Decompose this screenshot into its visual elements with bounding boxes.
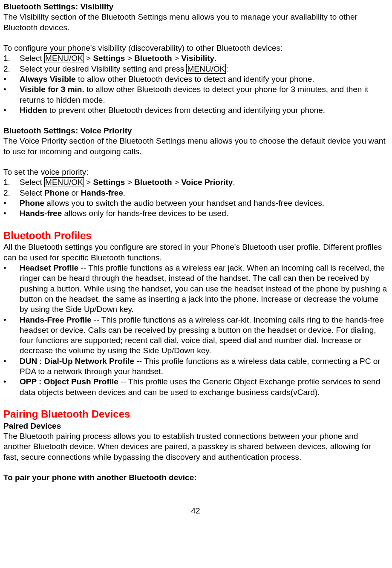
- list-item: 1. Select MENU/OK > Settings > Bluetooth…: [3, 177, 388, 187]
- spacer: [3, 462, 388, 473]
- lead-voice-priority: To set the voice priority:: [3, 167, 388, 177]
- menu-ok-key: MENU/OK: [186, 64, 226, 74]
- bullet-icon: •: [3, 74, 20, 84]
- option-handsfree: Hands-free: [81, 188, 123, 197]
- bullet-icon: •: [3, 356, 20, 377]
- heading-bluetooth-profiles: Bluetooth Profiles: [3, 229, 388, 242]
- option-handsfree: Hands-free: [20, 209, 62, 218]
- voice-priority-options: • Phone allows you to switch the audio b…: [3, 198, 388, 219]
- profile-handsfree: Hands-Free Profile: [20, 315, 92, 324]
- list-number: 1.: [3, 53, 20, 63]
- intro-visibility: The Visibility section of the Bluetooth …: [3, 12, 388, 33]
- text: >: [172, 54, 182, 63]
- intro-profiles: All the Bluetooth settings you configure…: [3, 242, 388, 263]
- profiles-list: • Headset Profile -- This profile functi…: [3, 263, 388, 398]
- list-item: • DUN : Dial-Up Network Profile -- This …: [3, 356, 388, 377]
- list-body: Select Phone or Hands-free.: [20, 188, 388, 198]
- intro-voice-priority: The Voice Priority section of the Blueto…: [3, 136, 388, 157]
- list-body: OPP : Object Push Profile -- This profil…: [20, 377, 388, 398]
- option-phone: Phone: [44, 188, 69, 197]
- bullet-icon: •: [3, 315, 20, 356]
- text: >: [125, 178, 134, 187]
- list-item: • Hands-free allows only for hands-free …: [3, 208, 388, 219]
- list-body: Phone allows you to switch the audio bet…: [20, 198, 388, 208]
- text: >: [125, 54, 134, 63]
- list-item: • Hidden to prevent other Bluetooth devi…: [3, 105, 388, 115]
- bullet-icon: •: [3, 208, 20, 219]
- list-body: Select your desired Visibility setting a…: [20, 64, 388, 74]
- list-body: Headset Profile -- This profile function…: [20, 263, 388, 315]
- menu-ok-key: MENU/OK: [44, 53, 84, 63]
- list-item: • Hands-Free Profile -- This profile fun…: [3, 315, 388, 356]
- bullet-icon: •: [3, 377, 20, 398]
- list-item: 1. Select MENU/OK > Settings > Bluetooth…: [3, 53, 388, 63]
- spacer: [3, 157, 388, 167]
- option-visible-3min: Visible for 3 min.: [20, 85, 84, 94]
- visibility-steps: 1. Select MENU/OK > Settings > Bluetooth…: [3, 53, 388, 74]
- bullet-icon: •: [3, 105, 20, 115]
- list-item: • Always Visible to allow other Bluetoot…: [3, 74, 388, 84]
- visibility-options: • Always Visible to allow other Bluetoot…: [3, 74, 388, 115]
- list-body: Select MENU/OK > Settings > Bluetooth > …: [20, 177, 388, 187]
- path-settings: Settings: [93, 54, 125, 63]
- text: Select: [20, 54, 44, 63]
- text: .: [233, 178, 235, 187]
- menu-ok-key: MENU/OK: [44, 177, 84, 187]
- path-bluetooth: Bluetooth: [134, 178, 172, 187]
- heading-pairing: Pairing Bluetooth Devices: [3, 408, 388, 421]
- bullet-icon: •: [3, 84, 20, 105]
- spacer: [3, 219, 388, 229]
- list-item: 2. Select Phone or Hands-free.: [3, 188, 388, 198]
- path-voice-priority: Voice Priority: [181, 178, 233, 187]
- text: Select your desired Visibility setting a…: [20, 64, 186, 73]
- list-body: Hands-free allows only for hands-free de…: [20, 208, 388, 219]
- intro-pairing: The Bluetooth pairing process allows you…: [3, 431, 388, 462]
- text: Select: [20, 178, 44, 187]
- lead-pairing: To pair your phone with another Bluetoot…: [3, 473, 388, 483]
- profile-dun: DUN : Dial-Up Network Profile: [20, 357, 134, 366]
- profile-opp: OPP : Object Push Profile: [20, 377, 118, 386]
- text: >: [172, 178, 182, 187]
- option-always-visible: Always Visible: [20, 75, 76, 84]
- list-item: • Headset Profile -- This profile functi…: [3, 263, 388, 315]
- profile-headset: Headset Profile: [20, 263, 78, 272]
- heading-voice-priority: Bluetooth Settings: Voice Priority: [3, 126, 388, 136]
- lead-visibility: To configure your phone's visibility (di…: [3, 43, 388, 53]
- path-visibility: Visibility: [181, 54, 214, 63]
- list-item: 2. Select your desired Visibility settin…: [3, 64, 388, 74]
- text: :: [226, 64, 228, 73]
- list-body: Visible for 3 min. to allow other Blueto…: [20, 84, 388, 105]
- text: .: [214, 54, 216, 63]
- text: or: [69, 188, 81, 197]
- list-body: DUN : Dial-Up Network Profile -- This pr…: [20, 356, 388, 377]
- list-body: Select MENU/OK > Settings > Bluetooth > …: [20, 53, 388, 63]
- text: allows you to switch the audio between y…: [44, 199, 324, 208]
- text: .: [123, 188, 125, 197]
- list-item: • OPP : Object Push Profile -- This prof…: [3, 377, 388, 398]
- spacer: [3, 33, 388, 43]
- text: >: [84, 178, 93, 187]
- list-body: Hidden to prevent other Bluetooth device…: [20, 105, 388, 115]
- text: to prevent other Bluetooth devices from …: [47, 106, 325, 115]
- heading-visibility: Bluetooth Settings: Visibility: [3, 2, 388, 12]
- list-item: • Phone allows you to switch the audio b…: [3, 198, 388, 208]
- option-phone: Phone: [20, 199, 44, 208]
- text: >: [84, 54, 93, 63]
- bullet-icon: •: [3, 198, 20, 208]
- option-hidden: Hidden: [20, 106, 47, 115]
- list-body: Hands-Free Profile -- This profile funct…: [20, 315, 388, 356]
- spacer: [3, 115, 388, 126]
- page-number: 42: [3, 506, 388, 516]
- voice-priority-steps: 1. Select MENU/OK > Settings > Bluetooth…: [3, 177, 388, 198]
- spacer: [3, 398, 388, 408]
- list-number: 1.: [3, 177, 20, 187]
- list-number: 2.: [3, 64, 20, 74]
- list-body: Always Visible to allow other Bluetooth …: [20, 74, 388, 84]
- text: allows only for hands-free devices to be…: [62, 209, 228, 218]
- list-item: • Visible for 3 min. to allow other Blue…: [3, 84, 388, 105]
- bullet-icon: •: [3, 263, 20, 315]
- subheading-paired-devices: Paired Devices: [3, 421, 388, 431]
- path-bluetooth: Bluetooth: [134, 54, 172, 63]
- text: Select: [20, 188, 44, 197]
- list-number: 2.: [3, 188, 20, 198]
